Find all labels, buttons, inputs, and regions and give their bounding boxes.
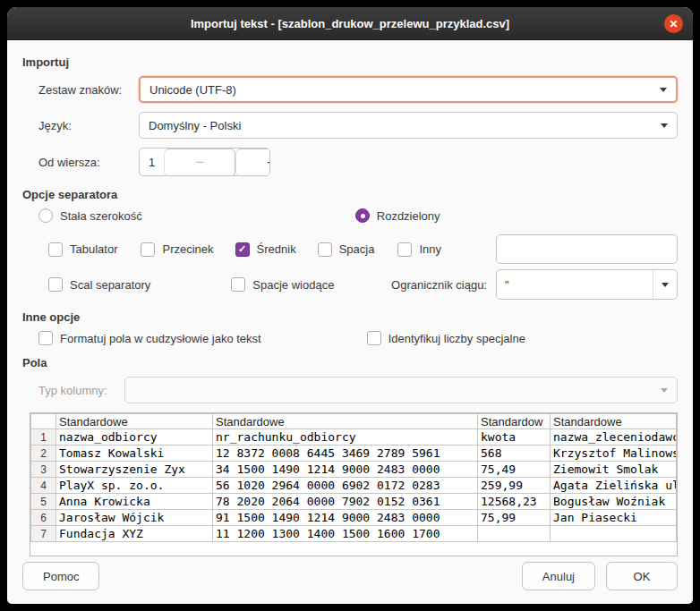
close-icon[interactable]: ✕ [664, 14, 683, 33]
cell[interactable]: Bogusław Woźniak [551, 494, 677, 510]
titlebar[interactable]: Importuj tekst - [szablon_drukow_przelew… [7, 7, 693, 40]
checkbox-other[interactable]: Inny [397, 242, 441, 257]
column-header[interactable]: Standardowe [551, 414, 677, 429]
cell[interactable]: 11 1200 1300 1400 1500 1600 1700 [213, 526, 478, 542]
plus-icon[interactable]: + [235, 149, 270, 176]
table-row[interactable]: 2 Tomasz Kowalski 12 8372 0008 6445 3469… [31, 446, 677, 462]
ok-button[interactable]: OK [606, 562, 678, 590]
table-row[interactable]: 3 Stowarzyszenie Zyx 34 1500 1490 1214 9… [31, 462, 677, 478]
other-options-row: Formatuj pola w cudzysłowie jako tekst I… [22, 331, 678, 345]
cell[interactable]: 75,99 [478, 510, 551, 526]
cell[interactable]: 568 [478, 446, 551, 462]
column-type-select [124, 377, 678, 403]
row-number: 3 [31, 462, 56, 478]
space-label: Spacja [339, 242, 375, 256]
from-row-stepper[interactable]: 1 − + [139, 148, 270, 176]
cell[interactable]: nazwa_odbiorcy [56, 429, 213, 446]
checkbox-merge-delimiters[interactable]: Scal separatory [48, 277, 150, 292]
cell[interactable]: Stowarzyszenie Zyx [56, 462, 213, 478]
delimiter-checkbox-row: Tabulator Przecinek ✓ Średnik Spacja Inn… [22, 234, 678, 264]
import-text-dialog: Importuj tekst - [szablon_drukow_przelew… [7, 7, 693, 604]
merge-label: Scal separatory [70, 278, 150, 292]
preview-table[interactable]: Standardowe Standardowe Standardow Stand… [30, 412, 678, 556]
checkbox-space[interactable]: Spacja [318, 242, 375, 257]
cell[interactable]: 91 1500 1490 1214 9000 2483 0000 [213, 510, 478, 526]
dropdown-button[interactable] [653, 270, 677, 299]
window-title: Importuj tekst - [szablon_drukow_przelew… [191, 17, 509, 30]
checkbox-off-icon [231, 277, 245, 292]
minus-icon[interactable]: − [164, 149, 235, 176]
checkbox-trim-spaces[interactable]: Spacje wiodące [231, 277, 334, 292]
cell[interactable]: Jarosław Wójcik [56, 510, 213, 526]
table-header-row: Standardowe Standardowe Standardow Stand… [31, 414, 677, 429]
from-row-row: Od wiersza: 1 − + [22, 148, 678, 176]
checkbox-quoted-as-text[interactable]: Formatuj pola w cudzysłowie jako tekst [38, 331, 261, 345]
semicolon-label: Średnik [257, 242, 296, 256]
cell[interactable]: Krzysztof Malinows [551, 446, 677, 462]
cell[interactable]: nazwa_zleceniodawc [551, 429, 677, 446]
cell[interactable]: 12 8372 0008 6445 3469 2789 5961 [213, 446, 478, 462]
radio-fixed-width[interactable]: Stała szerokość [38, 208, 142, 223]
checkbox-comma[interactable]: Przecinek [141, 242, 213, 257]
checkbox-tab[interactable]: Tabulator [48, 242, 117, 257]
chevron-down-icon [661, 388, 668, 393]
column-header[interactable]: Standardow [478, 414, 551, 429]
row-number: 6 [31, 510, 56, 526]
dialog-content: Importuj Zestaw znaków: Unicode (UTF-8) … [7, 40, 693, 557]
checkbox-off-icon [397, 242, 412, 257]
other-delimiter-input[interactable] [496, 234, 678, 264]
column-header[interactable]: Standardowe [213, 414, 478, 429]
column-header[interactable]: Standardowe [56, 414, 213, 429]
string-delimiter-label: Ogranicznik ciągu: [391, 278, 487, 292]
from-row-value[interactable]: 1 [140, 149, 164, 175]
cell[interactable]: kwota [478, 429, 551, 446]
checkbox-off-icon [141, 242, 155, 257]
cell[interactable]: 34 1500 1490 1214 9000 2483 0000 [213, 462, 478, 478]
cell[interactable]: Tomasz Kowalski [56, 446, 213, 462]
string-delimiter-select[interactable]: " [496, 269, 678, 300]
separator-mode-row: Stała szerokość Rozdzielony [22, 208, 678, 223]
cell[interactable] [478, 526, 551, 542]
row-number: 4 [31, 478, 56, 494]
language-label: Język: [38, 119, 139, 132]
language-select[interactable]: Domyślny - Polski [139, 112, 678, 139]
cell[interactable]: PlayX sp. zo.o. [56, 478, 213, 494]
cell[interactable]: nr_rachunku_odbiorcy [213, 429, 478, 446]
cell[interactable]: 78 2020 2064 0000 7902 0152 0361 [213, 494, 478, 510]
cell[interactable]: 259,99 [478, 478, 551, 494]
checkbox-special-numbers[interactable]: Identyfikuj liczby specjalne [367, 331, 525, 345]
table-row[interactable]: 1 nazwa_odbiorcy nr_rachunku_odbiorcy kw… [31, 429, 677, 446]
cell[interactable]: 56 1020 2964 0000 6902 0172 0283 [213, 478, 478, 494]
cell[interactable]: Agata Zielińska ul [551, 478, 677, 494]
table-row[interactable]: 5 Anna Krowicka 78 2020 2064 0000 7902 0… [31, 494, 677, 510]
table-row[interactable]: 4 PlayX sp. zo.o. 56 1020 2964 0000 6902… [31, 478, 677, 494]
quoted-as-text-label: Formatuj pola w cudzysłowie jako tekst [60, 332, 261, 345]
section-import-heading: Importuj [22, 55, 678, 69]
string-delimiter-value: " [497, 270, 653, 299]
cell[interactable]: Fundacja XYZ [56, 526, 213, 542]
radio-delimited[interactable]: Rozdzielony [355, 208, 440, 223]
cell[interactable]: 75,49 [478, 462, 551, 478]
chevron-down-icon [662, 283, 669, 287]
separator-extra-row: Scal separatory Spacje wiodące Ograniczn… [22, 269, 678, 300]
delimited-label: Rozdzielony [377, 209, 440, 223]
help-button[interactable]: Pomoc [22, 562, 99, 590]
cell[interactable]: Jan Piasecki [551, 510, 677, 526]
cell[interactable] [551, 526, 677, 542]
column-type-row: Typ kolumny: [22, 377, 678, 403]
cancel-button[interactable]: Anuluj [522, 562, 595, 590]
section-separator-heading: Opcje separatora [22, 188, 678, 201]
table-row[interactable]: 7 Fundacja XYZ 11 1200 1300 1400 1500 16… [31, 526, 677, 542]
cell[interactable]: Anna Krowicka [56, 494, 213, 510]
charset-select[interactable]: Unicode (UTF-8) [139, 76, 678, 103]
checkbox-semicolon[interactable]: ✓ Średnik [235, 242, 296, 257]
cell[interactable]: 12568,23 [478, 494, 551, 510]
cell[interactable]: Ziemowit Smolak [551, 462, 677, 478]
column-type-label: Typ kolumny: [38, 384, 124, 397]
radio-off-icon [38, 208, 53, 223]
checkbox-off-icon [48, 242, 63, 257]
table-row[interactable]: 6 Jarosław Wójcik 91 1500 1490 1214 9000… [31, 510, 677, 526]
fixed-width-label: Stała szerokość [60, 209, 142, 223]
charset-row: Zestaw znaków: Unicode (UTF-8) [22, 76, 678, 103]
chevron-down-icon [661, 123, 668, 128]
